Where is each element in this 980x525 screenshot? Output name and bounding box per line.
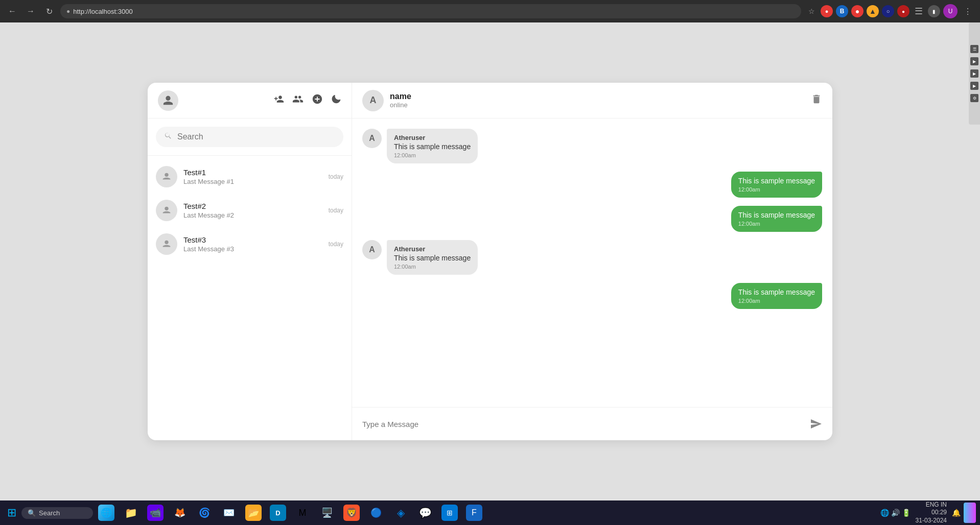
msg-time-5: 12:00am bbox=[738, 298, 815, 304]
ext-icon-6[interactable]: ● bbox=[897, 5, 909, 17]
panel-icon-2[interactable]: ▶ bbox=[970, 57, 978, 65]
conv-time-1: today bbox=[329, 173, 343, 180]
taskbar-edge-icon[interactable]: 🌀 bbox=[193, 503, 216, 523]
send-button[interactable] bbox=[810, 418, 822, 430]
system-tray: 🌐 🔊 🔋 ENG IN 00:29 31-03-2024 🔔 bbox=[880, 501, 976, 525]
conv-last-msg-1: Last Message #1 bbox=[183, 178, 322, 185]
taskbar-mail-icon[interactable]: ✉️ bbox=[218, 503, 240, 523]
taskbar-gmail-icon[interactable]: M bbox=[291, 503, 314, 523]
app-container: Test#1 Last Message #1 today Test#2 Last… bbox=[148, 83, 832, 440]
theme-toggle-icon[interactable] bbox=[331, 94, 341, 107]
msg-bubble-5: This is sample message 12:00am bbox=[731, 283, 822, 309]
conv-info-3: Test#3 Last Message #3 bbox=[183, 235, 322, 253]
panel-icon-4[interactable]: ▶ bbox=[970, 82, 978, 90]
taskbar-browser-icon[interactable]: 🌐 bbox=[95, 503, 118, 523]
message-input[interactable] bbox=[362, 420, 804, 428]
taskbar-monitor-icon[interactable]: 🖥️ bbox=[316, 503, 338, 523]
msg-avatar-4: A bbox=[362, 240, 382, 259]
conv-last-msg-2: Last Message #2 bbox=[183, 211, 322, 219]
forward-button[interactable]: → bbox=[24, 4, 38, 18]
message-row-1: A Atheruser This is sample message 12:00… bbox=[362, 129, 822, 163]
files-app-icon: 📁 bbox=[123, 505, 139, 521]
svg-point-2 bbox=[165, 241, 168, 244]
taskbar-vscode-icon[interactable]: ◈ bbox=[389, 503, 412, 523]
conv-avatar-2 bbox=[156, 200, 177, 221]
taskbar-firefox-icon[interactable]: 🦊 bbox=[169, 503, 191, 523]
panel-icon-3[interactable]: ▶ bbox=[970, 69, 978, 78]
chat-contact-avatar: A bbox=[362, 90, 384, 111]
msg-avatar-1: A bbox=[362, 129, 382, 148]
chat-contact-status: online bbox=[390, 101, 411, 109]
url-bar[interactable]: ● http://localhost:3000 bbox=[60, 4, 801, 18]
windows-icon: ⊞ bbox=[7, 506, 16, 519]
ext-icon-2[interactable]: B bbox=[836, 5, 848, 17]
back-button[interactable]: ← bbox=[5, 4, 19, 18]
conv-info-2: Test#2 Last Message #2 bbox=[183, 202, 322, 219]
sidebar-header-left bbox=[158, 90, 178, 111]
msg-text-5: This is sample message bbox=[738, 288, 815, 296]
lock-icon: ● bbox=[66, 8, 70, 15]
search-input[interactable] bbox=[177, 132, 335, 141]
conversation-item-3[interactable]: Test#3 Last Message #3 today bbox=[148, 227, 352, 261]
taskbar-search[interactable]: 🔍 Search bbox=[21, 507, 93, 519]
ext-icon-4[interactable]: ▲ bbox=[867, 5, 879, 17]
extensions-icon[interactable]: ☰ bbox=[913, 5, 925, 17]
msg-sender-4: Atheruser bbox=[394, 245, 471, 253]
taskbar-blue-app-icon[interactable]: F bbox=[463, 503, 485, 523]
add-contact-icon[interactable] bbox=[274, 94, 284, 107]
right-side-panel: ☰ ▶ ▶ ▶ ⚙ bbox=[969, 22, 980, 125]
blue-app-icon: F bbox=[466, 505, 482, 521]
ext-icon-5[interactable]: ○ bbox=[882, 5, 894, 17]
sys-lang: ENG IN bbox=[926, 501, 947, 509]
volume-icon[interactable]: 🔊 bbox=[891, 509, 900, 517]
conversation-item-2[interactable]: Test#2 Last Message #2 today bbox=[148, 194, 352, 227]
taskbar-whatsapp-icon[interactable]: 💬 bbox=[414, 503, 436, 523]
taskbar-files-icon[interactable]: 📁 bbox=[120, 503, 142, 523]
conversations-list: Test#1 Last Message #1 today Test#2 Last… bbox=[148, 156, 352, 440]
msg-text-2: This is sample message bbox=[738, 177, 815, 185]
conv-name-1: Test#1 bbox=[183, 168, 322, 177]
delete-chat-icon[interactable] bbox=[811, 93, 822, 107]
taskbar-search-icon: 🔍 bbox=[28, 509, 36, 517]
group-icon[interactable] bbox=[292, 93, 304, 107]
menu-button[interactable]: ⋮ bbox=[961, 4, 975, 18]
search-icon bbox=[164, 132, 172, 142]
user-profile-icon[interactable] bbox=[158, 90, 178, 111]
msg-bubble-3: This is sample message 12:00am bbox=[731, 206, 822, 232]
panel-icon-1[interactable]: ☰ bbox=[970, 45, 978, 53]
network-icon[interactable]: 🌐 bbox=[880, 509, 889, 517]
new-chat-icon[interactable] bbox=[312, 93, 323, 107]
sys-time: 00:29 bbox=[931, 509, 947, 517]
vscode-icon: ◈ bbox=[392, 505, 409, 521]
ext-icon-1[interactable]: ● bbox=[821, 5, 833, 17]
windows-start-button[interactable]: ⊞ bbox=[4, 503, 19, 523]
sidebar-toggle[interactable]: ▮ bbox=[928, 5, 940, 17]
message-row-2: This is sample message 12:00am bbox=[362, 172, 822, 198]
taskbar-dell-icon[interactable]: D bbox=[267, 503, 289, 523]
panel-icon-5[interactable]: ⚙ bbox=[970, 94, 978, 102]
conversation-item[interactable]: Test#1 Last Message #1 today bbox=[148, 160, 352, 194]
taskbar-end-button[interactable] bbox=[964, 503, 976, 523]
taskbar-video-icon[interactable]: 📹 bbox=[144, 503, 167, 523]
msg-text-4: This is sample message bbox=[394, 254, 471, 262]
bookmark-icon[interactable]: ☆ bbox=[805, 5, 818, 17]
explorer-icon: 📂 bbox=[245, 505, 262, 521]
taskbar-calc-icon[interactable]: ⊞ bbox=[438, 503, 461, 523]
user-profile-btn[interactable]: U bbox=[943, 4, 958, 18]
ext-icon-3[interactable]: ● bbox=[851, 5, 864, 17]
taskbar-chrome-icon[interactable]: 🔵 bbox=[365, 503, 387, 523]
whatsapp-icon: 💬 bbox=[417, 505, 433, 521]
refresh-button[interactable]: ↻ bbox=[42, 4, 56, 18]
msg-bubble-4: Atheruser This is sample message 12:00am bbox=[387, 240, 478, 275]
svg-point-0 bbox=[165, 173, 168, 177]
dell-icon: D bbox=[270, 505, 286, 521]
battery-icon[interactable]: 🔋 bbox=[902, 509, 911, 517]
taskbar-brave-icon[interactable]: 🦁 bbox=[340, 503, 363, 523]
browser-app-icon: 🌐 bbox=[98, 505, 114, 521]
taskbar-explorer-icon[interactable]: 📂 bbox=[242, 503, 265, 523]
msg-sender-1: Atheruser bbox=[394, 134, 471, 141]
url-text: http://localhost:3000 bbox=[73, 8, 132, 15]
sys-time-date[interactable]: ENG IN 00:29 31-03-2024 bbox=[916, 501, 947, 525]
msg-time-4: 12:00am bbox=[394, 264, 471, 270]
notification-bell-icon[interactable]: 🔔 bbox=[952, 509, 961, 517]
